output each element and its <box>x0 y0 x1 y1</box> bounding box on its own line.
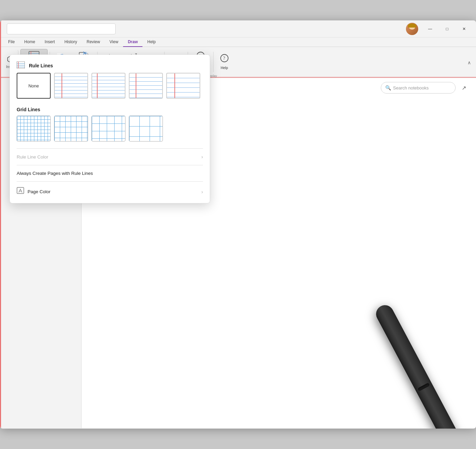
notebook-toolbar: 🔍 Search notebooks ↗ <box>381 82 469 94</box>
rule-line-color-left: Rule Line Color <box>17 154 48 160</box>
grid-small-pattern <box>17 116 50 141</box>
window-controls: — □ ✕ <box>422 23 472 34</box>
help-icon: ? <box>220 53 229 64</box>
rule-line-narrow-pattern <box>55 73 87 98</box>
search-icon: 🔍 <box>385 85 391 90</box>
grid-lines-title: Grid Lines <box>17 107 40 112</box>
svg-point-10 <box>85 52 87 54</box>
rule-lines-grid: None <box>10 73 210 104</box>
tab-file[interactable]: File <box>3 37 19 47</box>
search-box[interactable]: 🔍 Search notebooks <box>381 82 456 94</box>
always-create-label: Always Create Pages with Rule Lines <box>17 171 93 176</box>
page-color-label: Page Color <box>28 189 51 194</box>
page-color-icon <box>17 187 24 196</box>
search-placeholder: Search notebooks <box>393 85 429 90</box>
rule-line-narrow[interactable] <box>54 73 88 99</box>
ribbon-btn-help[interactable]: ? Help <box>216 50 233 74</box>
rule-lines-section-icon <box>17 62 25 69</box>
grid-line-large[interactable] <box>91 116 125 142</box>
title-search-box[interactable] <box>7 23 116 34</box>
help-label: Help <box>221 66 228 70</box>
minimize-button[interactable]: — <box>422 23 438 34</box>
rule-line-wide-pattern <box>130 73 162 98</box>
divider-3 <box>17 181 203 182</box>
grid-lines-grid <box>10 116 210 147</box>
grid-line-small[interactable] <box>17 116 51 142</box>
expand-button[interactable]: ↗ <box>458 82 469 93</box>
rule-line-color-label: Rule Line Color <box>17 154 48 160</box>
tab-home[interactable]: Home <box>19 37 40 47</box>
grid-medium-pattern <box>54 116 88 141</box>
rule-line-color-item[interactable]: Rule Line Color › <box>10 150 210 164</box>
page-color-item[interactable]: Page Color › <box>10 183 210 200</box>
rule-line-color-chevron: › <box>201 154 203 160</box>
grid-large-pattern <box>92 116 125 141</box>
ribbon-collapse-button[interactable]: ∧ <box>465 59 473 67</box>
rule-line-college[interactable] <box>91 73 125 99</box>
tab-insert[interactable]: Insert <box>40 37 60 47</box>
page-color-chevron: › <box>201 189 203 195</box>
rule-line-none[interactable]: None <box>17 73 51 99</box>
maximize-button[interactable]: □ <box>439 23 455 34</box>
svg-rect-27 <box>17 187 24 194</box>
rule-line-none-label: None <box>28 83 39 88</box>
svg-rect-22 <box>17 62 25 68</box>
rule-line-wide[interactable] <box>129 73 163 99</box>
grid-line-extra-large[interactable] <box>129 116 163 142</box>
left-red-accent <box>0 20 1 429</box>
rule-lines-title: Rule Lines <box>29 63 53 68</box>
rule-line-extra-wide[interactable] <box>166 73 200 99</box>
pen-image <box>245 317 476 429</box>
format-background-dropdown: Rule Lines None Grid Lines <box>10 54 210 203</box>
tab-view[interactable]: View <box>105 37 123 47</box>
grid-line-medium[interactable] <box>54 116 88 142</box>
user-avatar[interactable] <box>406 23 418 35</box>
ribbon-tabs: File Home Insert History Review View Dra… <box>0 37 476 47</box>
rule-line-college-pattern <box>92 73 125 98</box>
divider-1 <box>17 148 203 149</box>
svg-text:?: ? <box>223 56 225 61</box>
tab-review[interactable]: Review <box>82 37 105 47</box>
divider-2 <box>17 165 203 165</box>
grid-extra-large-pattern <box>129 116 163 141</box>
rule-lines-section: Rule Lines <box>10 60 210 73</box>
tab-history[interactable]: History <box>60 37 82 47</box>
rule-line-extra-wide-pattern <box>167 73 200 98</box>
tab-help[interactable]: Help <box>142 37 160 47</box>
title-bar: — □ ✕ <box>0 20 476 37</box>
grid-lines-section: Grid Lines <box>10 104 210 116</box>
always-create-item[interactable]: Always Create Pages with Rule Lines <box>10 167 210 180</box>
close-button[interactable]: ✕ <box>456 23 472 34</box>
page-color-left: Page Color <box>17 187 51 196</box>
tab-draw[interactable]: Draw <box>123 37 142 47</box>
